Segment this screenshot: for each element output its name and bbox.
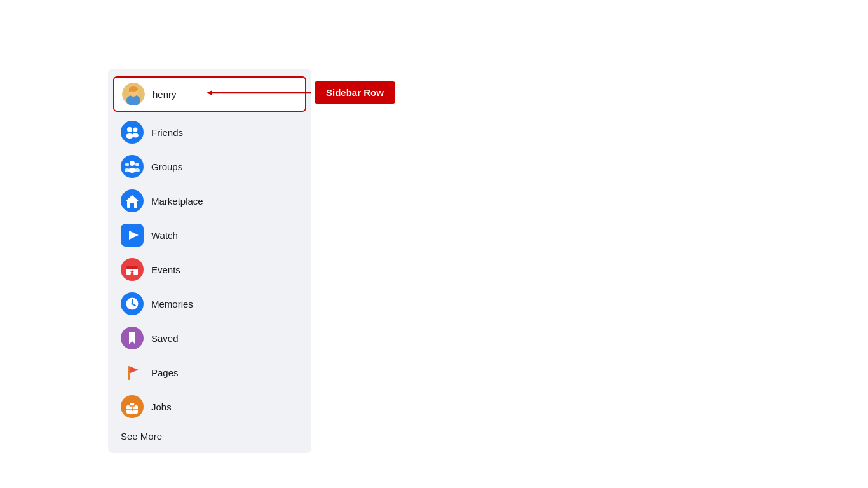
- jobs-icon-wrapper: [121, 395, 144, 418]
- svg-point-11: [130, 161, 135, 166]
- annotation-arrow-svg: [203, 86, 315, 99]
- jobs-label: Jobs: [151, 402, 172, 412]
- sidebar-item-friends[interactable]: Friends: [113, 116, 306, 149]
- svg-marker-45: [207, 90, 212, 95]
- friends-icon-wrapper: [121, 121, 144, 144]
- svg-point-5: [121, 121, 144, 144]
- friends-icon: [121, 121, 144, 144]
- jobs-icon: [121, 395, 144, 418]
- events-icon-wrapper: [121, 258, 144, 281]
- watch-label: Watch: [151, 230, 178, 241]
- svg-point-6: [127, 127, 132, 132]
- svg-point-14: [125, 168, 130, 172]
- svg-rect-20: [130, 203, 134, 208]
- sidebar: henry Friends: [108, 69, 311, 453]
- svg-rect-37: [128, 366, 130, 380]
- memories-icon: [121, 292, 144, 315]
- events-label: Events: [151, 264, 180, 275]
- avatar-icon: [122, 83, 145, 105]
- memories-label: Memories: [151, 299, 193, 309]
- memories-icon-wrapper: [121, 292, 144, 315]
- user-avatar: [122, 83, 145, 105]
- svg-rect-4: [129, 89, 131, 92]
- sidebar-item-groups[interactable]: Groups: [113, 150, 306, 183]
- sidebar-item-watch[interactable]: Watch: [113, 219, 306, 252]
- sidebar-item-memories[interactable]: Memories: [113, 287, 306, 320]
- svg-point-16: [135, 168, 140, 172]
- sidebar-item-saved[interactable]: Saved: [113, 322, 306, 355]
- user-name-label: henry: [153, 89, 177, 100]
- marketplace-icon-wrapper: [121, 189, 144, 212]
- groups-label: Groups: [151, 161, 182, 172]
- groups-icon: [121, 155, 144, 178]
- svg-point-13: [125, 163, 129, 166]
- groups-icon-wrapper: [121, 155, 144, 178]
- pages-label: Pages: [151, 367, 179, 378]
- svg-point-9: [132, 133, 139, 138]
- svg-point-15: [135, 163, 139, 166]
- saved-label: Saved: [151, 333, 179, 344]
- sidebar-item-marketplace[interactable]: Marketplace: [113, 184, 306, 217]
- friends-label: Friends: [151, 127, 183, 138]
- svg-point-36: [121, 361, 144, 384]
- svg-rect-41: [130, 403, 135, 406]
- annotation-label: Sidebar Row: [315, 81, 395, 104]
- pages-icon: [121, 361, 144, 384]
- see-more-link[interactable]: See More: [108, 424, 311, 448]
- saved-icon: [121, 327, 144, 349]
- sidebar-item-pages[interactable]: Pages: [113, 356, 306, 389]
- sidebar-item-events[interactable]: Events: [113, 253, 306, 286]
- sidebar-item-jobs[interactable]: Jobs: [113, 390, 306, 423]
- svg-point-7: [126, 133, 133, 139]
- saved-icon-wrapper: [121, 327, 144, 349]
- marketplace-label: Marketplace: [151, 196, 203, 207]
- svg-point-8: [133, 128, 138, 132]
- watch-icon: [121, 224, 144, 247]
- pages-icon-wrapper: [121, 361, 144, 384]
- events-icon: [121, 258, 144, 281]
- watch-icon-wrapper: [121, 224, 144, 247]
- svg-point-10: [121, 155, 144, 178]
- svg-rect-25: [126, 266, 138, 269]
- annotation-container: Sidebar Row: [203, 81, 395, 104]
- marketplace-icon: [121, 189, 144, 212]
- svg-point-33: [132, 303, 133, 305]
